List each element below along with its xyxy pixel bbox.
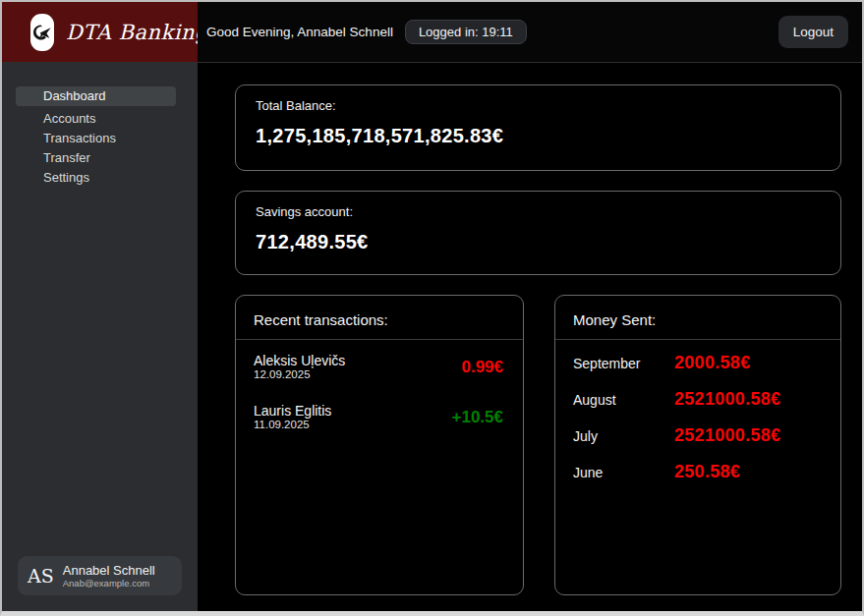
total-balance-label: Total Balance: — [256, 98, 821, 113]
transaction-date: 11.09.2025 — [254, 419, 331, 431]
profile-email: Anab@example.com — [63, 578, 155, 588]
transaction-amount: +10.5€ — [452, 408, 503, 427]
sidebar-item-dashboard[interactable]: Dashboard — [16, 86, 176, 106]
transaction-name: Aleksis Uļevičs — [254, 353, 345, 368]
money-sent-row: July 2521000.58€ — [573, 425, 821, 446]
money-sent-amount: 2521000.58€ — [674, 389, 780, 410]
transaction-date: 12.09.2025 — [254, 368, 345, 381]
logout-button[interactable]: Logout — [778, 16, 848, 48]
money-sent-month: August — [573, 392, 674, 408]
transaction-row: Lauris Eglitis 11.09.2025 +10.5€ — [254, 403, 503, 431]
money-sent-row: September 2000.58€ — [573, 353, 821, 373]
greeting-text: Good Evening, Annabel Schnell — [206, 25, 393, 39]
brand-name: DTA Banking — [66, 21, 208, 44]
bird-icon — [30, 21, 54, 44]
brand-logo — [30, 14, 54, 51]
logged-in-badge: Logged in: 19:11 — [405, 20, 527, 44]
money-sent-title: Money Sent: — [555, 296, 840, 340]
profile-name: Annabel Schnell — [63, 563, 155, 578]
savings-account-label: Savings account: — [256, 204, 821, 219]
sidebar-item-settings[interactable]: Settings — [16, 168, 176, 188]
sidebar: Dashboard Accounts Transactions Transfer… — [2, 63, 198, 611]
main-content: Total Balance: 1,275,185,718,571,825.83€… — [198, 63, 862, 611]
money-sent-row: June 250.58€ — [573, 462, 821, 482]
money-sent-list: September 2000.58€ August 2521000.58€ Ju… — [555, 340, 840, 498]
recent-transactions-title: Recent transactions: — [236, 296, 523, 340]
sidebar-nav: Dashboard Accounts Transactions Transfer… — [2, 86, 198, 188]
money-sent-row: August 2521000.58€ — [573, 389, 821, 410]
money-sent-month: July — [573, 428, 674, 444]
savings-account-card: Savings account: 712,489.55€ — [235, 191, 841, 275]
money-sent-amount: 2000.58€ — [674, 353, 750, 373]
app-header: DTA Banking Good Evening, Annabel Schnel… — [2, 2, 862, 63]
app-window: DTA Banking Good Evening, Annabel Schnel… — [0, 0, 864, 616]
recent-transactions-card: Recent transactions: Aleksis Uļevičs 12.… — [235, 295, 524, 595]
total-balance-value: 1,275,185,718,571,825.83€ — [256, 125, 821, 147]
topbar: Good Evening, Annabel Schnell Logged in:… — [198, 2, 862, 62]
transaction-amount: 0.99€ — [461, 358, 503, 377]
avatar-initials: AS — [28, 565, 54, 587]
brand-area: DTA Banking — [2, 2, 198, 62]
savings-account-value: 712,489.55€ — [256, 231, 821, 253]
sidebar-item-transfer[interactable]: Transfer — [16, 148, 176, 168]
bottom-cards-row: Recent transactions: Aleksis Uļevičs 12.… — [235, 295, 841, 595]
transaction-party: Aleksis Uļevičs 12.09.2025 — [254, 353, 345, 381]
app-body: Dashboard Accounts Transactions Transfer… — [2, 63, 862, 611]
profile-card[interactable]: AS Annabel Schnell Anab@example.com — [18, 556, 182, 595]
money-sent-card: Money Sent: September 2000.58€ August 25… — [554, 295, 841, 595]
sidebar-item-accounts[interactable]: Accounts — [16, 109, 176, 129]
money-sent-amount: 2521000.58€ — [674, 425, 780, 446]
money-sent-month: September — [573, 356, 674, 371]
money-sent-amount: 250.58€ — [674, 462, 740, 482]
sidebar-item-transactions[interactable]: Transactions — [16, 129, 176, 148]
profile-info: Annabel Schnell Anab@example.com — [63, 563, 155, 588]
total-balance-card: Total Balance: 1,275,185,718,571,825.83€ — [235, 84, 841, 171]
transaction-party: Lauris Eglitis 11.09.2025 — [254, 403, 331, 431]
money-sent-month: June — [573, 465, 674, 480]
recent-transactions-list: Aleksis Uļevičs 12.09.2025 0.99€ Lauris … — [236, 340, 523, 453]
transaction-name: Lauris Eglitis — [254, 403, 331, 419]
transaction-row: Aleksis Uļevičs 12.09.2025 0.99€ — [254, 353, 503, 381]
